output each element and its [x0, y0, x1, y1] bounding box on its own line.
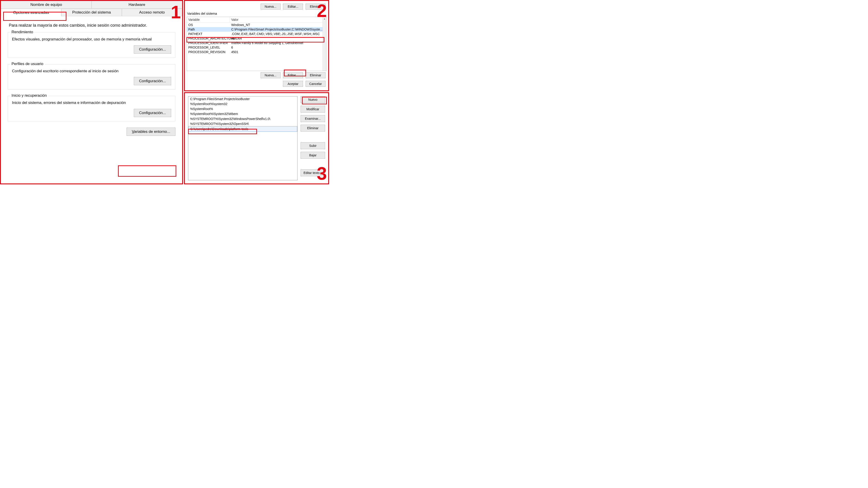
tab-system-protection[interactable]: Protección del sistema	[61, 8, 122, 16]
path-new-button[interactable]: Nuevo	[301, 96, 325, 103]
edit-path-panel: C:\Program Files\Smart Projects\IsoBuste…	[184, 92, 329, 184]
group-performance-legend: Rendimiento	[10, 30, 34, 34]
system-var-name: PROCESSOR_IDENTIFIER	[187, 41, 230, 45]
system-var-value: C:\Program Files\Smart Projects\IsoBuste…	[230, 27, 326, 32]
system-var-row[interactable]: PATHEXT.COM;.EXE;.BAT;.CMD;.VBS;.VBE;.JS…	[187, 32, 326, 36]
startup-recovery-settings-button[interactable]: Configuración...	[134, 109, 171, 117]
path-entry[interactable]: %SYSTEMROOT%\System32\WindowsPowerShell\…	[188, 116, 297, 121]
cancel-button[interactable]: Cancelar	[306, 81, 326, 87]
system-var-value: .COM;.EXE;.BAT;.CMD;.VBS;.VBE;.JS;.JSE;.…	[230, 32, 326, 36]
list-scrollbar[interactable]: ▴	[322, 17, 326, 71]
tabs-row-1: Nombre de equipo Hardware	[1, 1, 182, 8]
system-var-value: Windows_NT	[230, 23, 326, 27]
highlight-env-vars-button	[118, 165, 176, 177]
system-var-name: PROCESSOR_ARCHITECTURE	[187, 36, 230, 41]
path-entry[interactable]: %SystemRoot%\System32\Wbem	[188, 111, 297, 116]
environment-variables-button[interactable]: Variables de entorno...	[127, 128, 176, 136]
path-entry[interactable]: C:\Program Files\Smart Projects\IsoBuste…	[188, 96, 297, 101]
system-var-name: Path	[187, 27, 230, 32]
step-number-3: 3	[317, 164, 327, 183]
system-var-row[interactable]: PROCESSOR_LEVEL6	[187, 45, 326, 50]
tabs-row-2: Opciones avanzadas Protección del sistem…	[1, 8, 182, 16]
system-delete-button[interactable]: Eliminar	[306, 72, 326, 78]
system-var-name: PROCESSOR_LEVEL	[187, 45, 230, 50]
user-vars-button-row: Nueva... Editar... Eliminar	[187, 2, 327, 11]
header-variable[interactable]: Variable	[187, 17, 230, 22]
dialog-button-row: Aceptar Cancelar	[187, 79, 327, 88]
group-user-profiles-legend: Perfiles de usuario	[10, 62, 45, 66]
system-var-name: OS	[187, 23, 230, 27]
path-down-button[interactable]: Bajar	[301, 152, 325, 159]
system-variables-list[interactable]: Variable Valor OSWindows_NTPathC:\Progra…	[187, 17, 327, 71]
list-header: Variable Valor	[187, 17, 326, 23]
tab-hardware[interactable]: Hardware	[92, 1, 182, 8]
environment-variables-panel: Nueva... Editar... Eliminar Variables de…	[184, 0, 329, 91]
path-entry[interactable]: %SystemRoot%\system32	[188, 101, 297, 106]
path-browse-button[interactable]: Examinar...	[301, 115, 325, 122]
path-entries-list[interactable]: C:\Program Files\Smart Projects\IsoBuste…	[188, 96, 298, 180]
path-entry[interactable]: C:\Users\pedro\Downloads\platform-tools	[188, 126, 297, 132]
group-performance: Rendimiento Efectos visuales, programaci…	[8, 32, 176, 58]
group-user-profiles-desc: Configuración del escritorio correspondi…	[12, 68, 171, 74]
system-var-value: 4501	[230, 50, 326, 54]
system-var-row[interactable]: PROCESSOR_IDENTIFIERIntel64 Family 6 Mod…	[187, 41, 326, 45]
system-vars-button-row: Nueva... Editar... Eliminar	[187, 71, 327, 79]
user-new-button[interactable]: Nueva...	[260, 4, 281, 9]
admin-note: Para realizar la mayoría de estos cambio…	[9, 23, 176, 28]
step-number-2: 2	[317, 2, 327, 20]
group-startup-recovery-legend: Inicio y recuperación	[10, 93, 48, 98]
group-startup-recovery-desc: Inicio del sistema, errores del sistema …	[12, 100, 171, 106]
user-edit-button[interactable]: Editar...	[283, 4, 303, 9]
system-properties-panel: Nombre de equipo Hardware Opciones avanz…	[0, 0, 183, 184]
system-var-name: PROCESSOR_REVISION	[187, 50, 230, 54]
system-var-value: AMD64	[230, 36, 326, 41]
system-var-row[interactable]: PROCESSOR_ARCHITECTUREAMD64	[187, 36, 326, 41]
system-new-button[interactable]: Nueva...	[260, 72, 281, 78]
group-performance-desc: Efectos visuales, programación del proce…	[12, 37, 171, 42]
path-up-button[interactable]: Subir	[301, 142, 325, 149]
system-var-name: PATHEXT	[187, 32, 230, 36]
system-var-row[interactable]: PathC:\Program Files\Smart Projects\IsoB…	[187, 27, 326, 32]
system-edit-button[interactable]: Editar...	[283, 72, 303, 78]
path-delete-button[interactable]: Eliminar	[301, 125, 325, 131]
system-var-value: 6	[230, 45, 326, 50]
tab-advanced-options[interactable]: Opciones avanzadas	[1, 9, 61, 16]
group-startup-recovery: Inicio y recuperación Inicio del sistema…	[8, 96, 176, 121]
system-var-row[interactable]: PROCESSOR_REVISION4501	[187, 50, 326, 54]
performance-settings-button[interactable]: Configuración...	[134, 45, 171, 54]
tab-computer-name[interactable]: Nombre de equipo	[1, 1, 92, 8]
step-number-1: 1	[171, 3, 181, 21]
path-entry[interactable]: %SystemRoot%	[188, 106, 297, 111]
user-profiles-settings-button[interactable]: Configuración...	[134, 77, 171, 85]
system-var-value: Intel64 Family 6 Model 69 Stepping 1, Ge…	[230, 41, 326, 45]
group-user-profiles: Perfiles de usuario Configuración del es…	[8, 64, 176, 90]
path-modify-button[interactable]: Modificar	[301, 106, 325, 112]
ok-button[interactable]: Aceptar	[283, 81, 303, 87]
header-value[interactable]: Valor	[230, 17, 326, 22]
system-var-row[interactable]: OSWindows_NT	[187, 23, 326, 27]
system-variables-label: Variables del sistema	[187, 11, 327, 17]
path-entry[interactable]: %SYSTEMROOT%\System32\OpenSSH\	[188, 121, 297, 126]
